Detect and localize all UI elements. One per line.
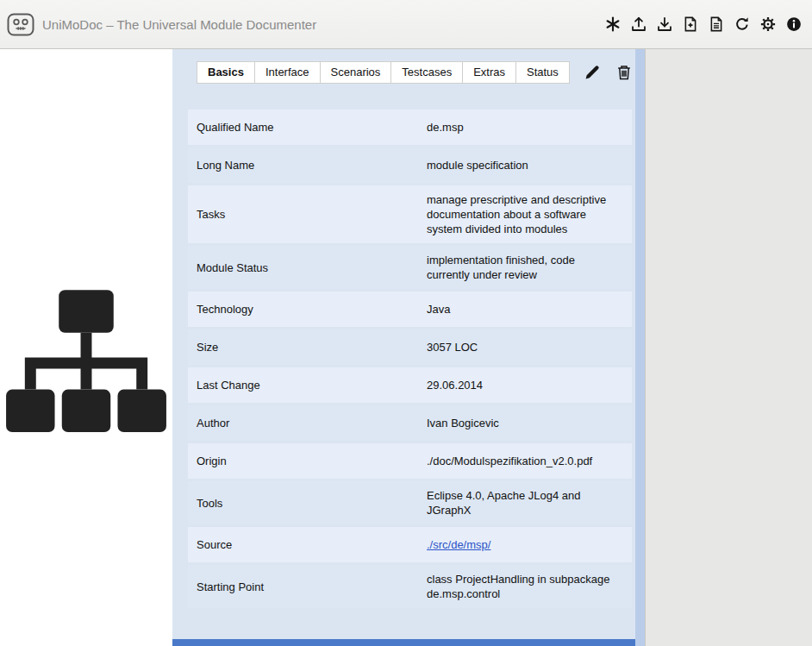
detail-row: Starting Pointclass ProjectHandling in s… — [188, 565, 632, 608]
detail-row: Qualified Namede.msp — [188, 110, 632, 145]
field-value: 3057 LOC — [427, 333, 632, 361]
details-table: Qualified Namede.mspLong Namemodule spec… — [188, 110, 632, 608]
sidebar: .bindede.mspde.msp.controlde.msp.datade.… — [0, 49, 172, 646]
download-icon[interactable] — [657, 16, 672, 32]
field-value: Ivan Bogicevic — [427, 409, 632, 437]
tab-extras[interactable]: Extras — [463, 61, 516, 84]
edit-pencil-icon[interactable] — [584, 64, 601, 81]
tab-status[interactable]: Status — [516, 61, 570, 84]
field-label: Origin — [188, 455, 427, 467]
field-value: module specification — [427, 151, 632, 179]
upload-icon[interactable] — [631, 16, 646, 32]
horizontal-scrollbar[interactable] — [172, 639, 635, 646]
field-value: ./doc/Modulspezifikation_v2.0.pdf — [427, 447, 632, 475]
tab-bar: BasicsInterfaceScenariosTestcasesExtrasS… — [197, 61, 635, 84]
field-label: Qualified Name — [188, 121, 427, 134]
field-label: Source — [188, 538, 427, 551]
module-tree-icon[interactable] — [0, 65, 172, 646]
field-value: Java — [427, 295, 632, 323]
field-value: ./src/de/msp/ — [427, 530, 632, 559]
asterisk-icon[interactable] — [605, 16, 621, 32]
detail-row: TechnologyJava — [188, 292, 632, 327]
detail-side-panel — [645, 49, 812, 646]
tabs: BasicsInterfaceScenariosTestcasesExtrasS… — [197, 61, 570, 84]
vertical-scrollbar[interactable] — [635, 49, 645, 646]
tab-basics[interactable]: Basics — [197, 61, 255, 84]
delete-trash-icon[interactable] — [615, 64, 633, 81]
app-title: UniMoDoc – The Universal Module Document… — [42, 17, 605, 32]
field-value: manage prescriptive and descriptive docu… — [427, 185, 632, 243]
field-label: Long Name — [188, 159, 427, 172]
detail-row: ToolsEclipse 4.0, Apache JLog4 and JGrap… — [188, 481, 632, 524]
file-icon[interactable] — [709, 16, 724, 32]
detail-row: Tasksmanage prescriptive and descriptive… — [188, 185, 632, 243]
field-value: de.msp — [427, 113, 632, 141]
field-label: Starting Point — [188, 580, 427, 593]
field-label: Tasks — [188, 208, 427, 221]
field-label: Tools — [188, 497, 427, 510]
refresh-icon[interactable] — [734, 16, 750, 32]
field-label: Technology — [188, 303, 427, 316]
field-label: Last Change — [188, 379, 427, 392]
header-toolbar — [605, 16, 802, 32]
file-plus-icon[interactable] — [683, 16, 698, 32]
app-logo-icon — [7, 13, 34, 36]
field-label: Size — [188, 341, 427, 354]
edit-actions — [584, 64, 633, 81]
gear-icon[interactable] — [760, 16, 776, 32]
detail-row: Long Namemodule specification — [188, 147, 632, 183]
field-value: Eclipse 4.0, Apache JLog4 and JGraphX — [427, 481, 632, 524]
detail-row: AuthorIvan Bogicevic — [188, 405, 632, 441]
detail-row: Source./src/de/msp/ — [188, 527, 632, 562]
main-panel: BasicsInterfaceScenariosTestcasesExtrasS… — [172, 49, 635, 646]
detail-row: Module Statusimplementation finished, co… — [188, 246, 632, 289]
field-value: class ProjectHandling in subpackage de.m… — [427, 565, 632, 608]
info-icon[interactable] — [786, 16, 802, 32]
tab-scenarios[interactable]: Scenarios — [321, 61, 392, 84]
tab-testcases[interactable]: Testcases — [391, 61, 463, 84]
source-link[interactable]: ./src/de/msp/ — [427, 538, 490, 551]
field-label: Module Status — [188, 261, 427, 274]
header: UniMoDoc – The Universal Module Document… — [0, 0, 812, 49]
detail-row: Last Change29.06.2014 — [188, 367, 632, 403]
field-label: Author — [188, 417, 427, 430]
tab-interface[interactable]: Interface — [255, 61, 321, 84]
detail-row: Origin./doc/Modulspezifikation_v2.0.pdf — [188, 443, 632, 479]
detail-row: Size3057 LOC — [188, 329, 632, 365]
field-value: 29.06.2014 — [427, 371, 632, 399]
field-value: implementation finished, code currently … — [427, 246, 632, 289]
